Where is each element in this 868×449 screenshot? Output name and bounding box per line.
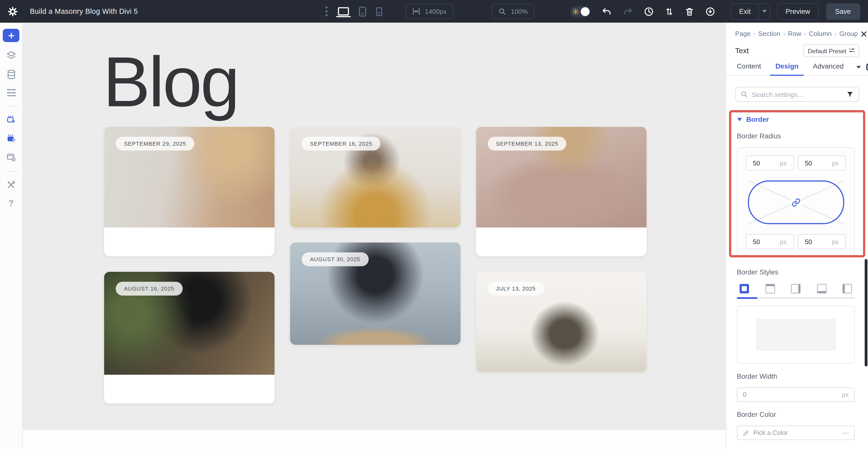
radius-bottom-right-input[interactable]: 50 px [798,234,846,249]
more-options-icon[interactable] [325,6,328,17]
database-icon [6,69,16,80]
border-width-input[interactable]: 0 px [737,387,855,402]
tools-icon [6,180,16,190]
post-date-badge: SEPTEMBER 16, 2025 [302,137,380,151]
post-card[interactable]: AUGUST 30, 2025 [290,242,461,345]
breadcrumb-group[interactable]: Group [839,30,858,38]
border-right-icon[interactable] [791,284,800,293]
breadcrumb-section[interactable]: Section [758,30,780,38]
exit-dropdown-button[interactable] [758,3,770,19]
field-list-button[interactable] [6,88,16,97]
filter-funnel-icon[interactable] [846,91,854,98]
settings-panel: Page › Section › Row › Column › Group Te… [726,23,868,449]
trash-icon[interactable] [685,6,694,16]
builder-settings-gear-icon[interactable] [8,6,18,16]
builder-mode-toggle[interactable] [570,6,591,17]
default-preset-button[interactable]: Default Preset [803,44,859,57]
radius-top-left-input[interactable]: 50 px [746,155,794,170]
settings-search [735,87,859,102]
border-top-icon[interactable] [765,284,775,293]
history-clock-icon[interactable] [644,6,654,16]
border-left-icon[interactable] [843,284,852,293]
click-mode-button[interactable] [6,115,16,125]
post-date-badge: JULY 13, 2025 [488,282,544,295]
page-preview-button[interactable] [6,152,16,163]
tablet-view-button[interactable] [359,6,366,16]
post-image[interactable]: SEPTEMBER 13, 2025 [476,127,647,227]
sidebar-divider [5,171,17,171]
plus-icon [7,32,15,39]
hover-mode-button[interactable] [6,133,16,144]
settings-search-input[interactable] [752,90,842,98]
post-date-badge: SEPTEMBER 13, 2025 [488,137,567,151]
radius-bottom-left-input[interactable]: 50 px [746,234,794,249]
close-panel-button[interactable] [861,30,868,37]
desktop-icon [338,7,349,15]
post-card[interactable]: JULY 13, 2025 [476,272,647,372]
page-title: Build a Masonry Blog With Divi 5 [30,7,138,15]
blog-heading[interactable]: Blog [103,45,238,119]
border-color-input[interactable]: Pick a Color — [737,426,855,440]
post-image[interactable]: AUGUST 16, 2025 [104,272,275,375]
desktop-view-button[interactable] [338,7,349,15]
post-image[interactable]: SEPTEMBER 16, 2025 [290,127,461,227]
redo-icon[interactable] [623,7,633,16]
breadcrumb: Page › Section › Row › Column › Group [726,23,868,38]
border-radius-control: 50 px 50 px [737,147,855,256]
phone-view-button[interactable] [376,7,382,16]
breadcrumb-page[interactable]: Page [735,30,751,38]
phone-icon [376,7,382,16]
post-image[interactable]: SEPTEMBER 29, 2025 [104,127,275,227]
post-card[interactable]: SEPTEMBER 13, 2025 [476,127,647,256]
breadcrumb-row[interactable]: Row [788,30,801,38]
breadcrumb-column[interactable]: Column [809,30,832,38]
save-button[interactable]: Save [826,3,860,20]
preview-button[interactable]: Preview [777,3,818,20]
close-icon [861,30,868,37]
post-card-body [104,227,275,256]
masonry-column-3: SEPTEMBER 13, 2025 JULY 13, 2025 [476,127,647,404]
zoom-field[interactable]: 100% [492,4,534,19]
post-image[interactable]: AUGUST 30, 2025 [290,242,461,345]
window-eye-icon [6,152,16,163]
undo-icon[interactable] [602,7,612,16]
database-button[interactable] [6,69,16,80]
border-styles-tab-underline [737,297,855,299]
border-bottom-icon[interactable] [817,284,826,293]
post-date-badge: AUGUST 30, 2025 [302,252,368,266]
border-all-sides-icon[interactable] [740,284,749,293]
border-section-title: Border [746,116,769,124]
next-page-section[interactable] [23,430,725,449]
panel-scrollbar[interactable] [865,259,868,366]
link-values-button[interactable] [789,196,802,208]
post-date-badge: SEPTEMBER 29, 2025 [116,137,195,151]
blog-section[interactable]: Blog SEPTEMBER 29, 2025 AUGUST 16, 2025 [23,23,725,430]
post-card-body [476,227,647,256]
radius-top-right-input[interactable]: 50 px [798,155,846,170]
developer-tools-button[interactable] [6,180,16,190]
tab-content[interactable]: Content [735,63,763,75]
tab-design[interactable]: Design [774,63,800,75]
sort-layers-icon[interactable] [665,6,674,16]
top-bar: Build a Masonry Blog With Divi 5 1400px … [0,0,868,23]
responsive-desktop-icon[interactable] [867,64,868,70]
layers-panel-button[interactable] [6,51,16,61]
tab-advanced[interactable]: Advanced [811,63,845,75]
exit-button[interactable]: Exit [732,7,758,15]
border-styles-label: Border Styles [737,268,859,276]
post-card[interactable]: AUGUST 16, 2025 [104,272,275,404]
viewport-width-value: 1400px [425,7,446,15]
post-card[interactable]: SEPTEMBER 29, 2025 [104,127,275,256]
post-card[interactable]: SEPTEMBER 16, 2025 [290,127,461,227]
help-button[interactable]: ? [8,198,13,207]
border-styles-tabs [737,284,855,293]
border-section-toggle[interactable]: Border [737,116,859,124]
zoom-magnifier-icon [499,7,506,15]
tabs-dropdown-icon[interactable] [857,66,861,68]
portability-icon[interactable] [705,6,715,16]
viewport-width-field[interactable]: 1400px [405,4,453,19]
exit-button-group: Exit [731,3,770,20]
preset-icon [849,48,855,53]
post-image[interactable]: JULY 13, 2025 [476,272,647,372]
add-module-button[interactable] [3,29,19,42]
